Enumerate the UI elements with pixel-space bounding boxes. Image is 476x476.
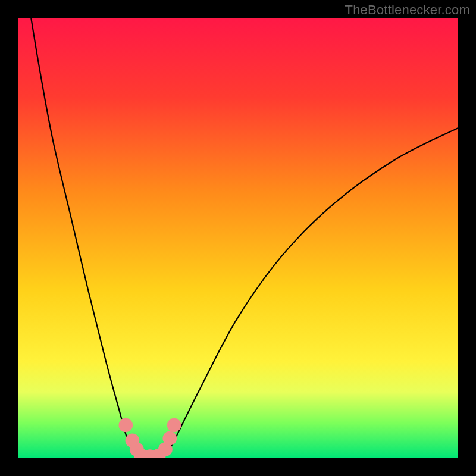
plot-area (18, 18, 458, 458)
marker-point (162, 431, 177, 446)
chart-frame: TheBottlenecker.com (0, 0, 476, 476)
marker-point (167, 418, 181, 433)
attribution-label: TheBottlenecker.com (345, 2, 470, 18)
bottleneck-chart (18, 18, 458, 458)
marker-point (118, 418, 133, 433)
gradient-background (18, 18, 458, 458)
